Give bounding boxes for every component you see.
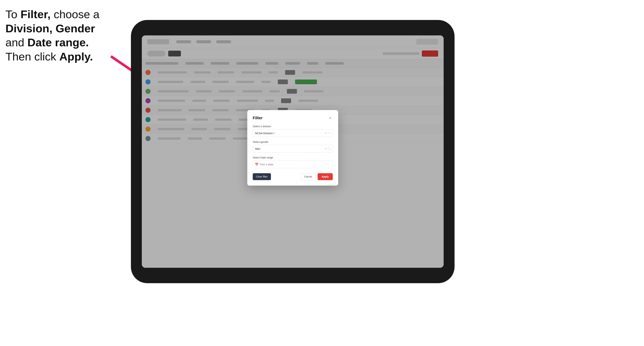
division-select[interactable]: NCAA Division I — [253, 129, 333, 137]
bold-apply: Apply. — [59, 50, 93, 63]
modal-title: Filter — [253, 116, 262, 120]
date-input[interactable] — [253, 161, 333, 168]
date-label: Select Date range — [253, 156, 333, 159]
date-field-group: Select Date range 📅 — [253, 156, 333, 168]
bold-date-range: Date range. — [28, 36, 89, 49]
modal-right-actions: Cancel Apply — [301, 173, 333, 180]
gender-select-wrapper: Men × ⌃⌄ — [253, 145, 333, 153]
filter-modal: Filter × Select a division NCAA Division… — [247, 110, 338, 185]
date-field-wrapper: 📅 — [253, 161, 333, 168]
instruction-line4: Then click Apply. — [6, 50, 93, 63]
bold-filter: Filter, — [20, 8, 50, 20]
instruction-line3: and Date range. — [6, 36, 89, 49]
gender-field-group: Select gender Men × ⌃⌄ — [253, 141, 333, 153]
apply-button[interactable]: Apply — [318, 173, 333, 180]
clear-filter-button[interactable]: Clear filter — [253, 173, 271, 180]
instruction-block: To Filter, choose a Division, Gender and… — [6, 7, 111, 64]
division-label: Select a division — [253, 125, 333, 128]
gender-select[interactable]: Men — [253, 145, 333, 153]
gender-label: Select gender — [253, 141, 333, 143]
modal-actions: Clear filter Cancel Apply — [253, 173, 333, 180]
division-select-wrapper: NCAA Division I × ⌃⌄ — [253, 129, 333, 137]
division-field-group: Select a division NCAA Division I × ⌃⌄ — [253, 125, 333, 137]
cancel-button[interactable]: Cancel — [301, 173, 316, 180]
bold-division-gender: Division, Gender — [6, 22, 95, 35]
tablet-frame: Filter × Select a division NCAA Division… — [131, 20, 454, 283]
modal-close-button[interactable]: × — [328, 115, 333, 121]
tablet-screen: Filter × Select a division NCAA Division… — [142, 35, 444, 268]
modal-header: Filter × — [253, 115, 333, 121]
instruction-line1: To Filter, choose a — [6, 8, 100, 20]
